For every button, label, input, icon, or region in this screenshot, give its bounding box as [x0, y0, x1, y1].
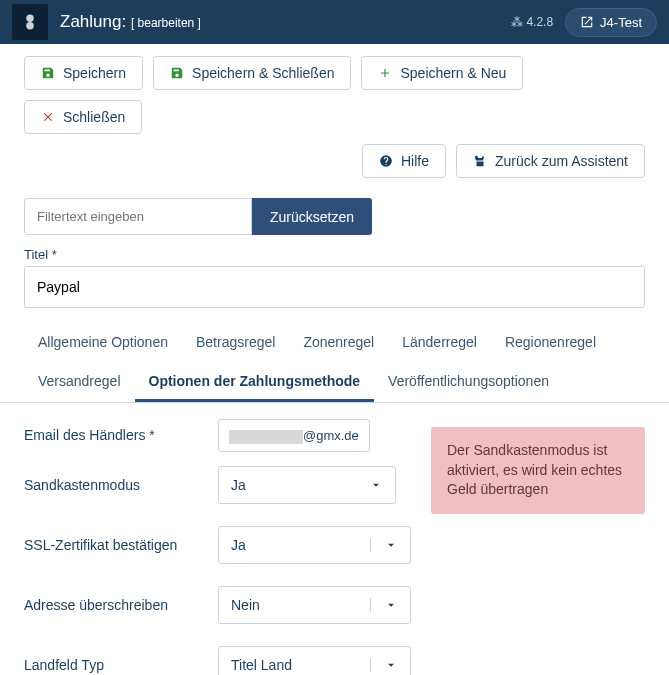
back-to-wizard-button[interactable]: Zurück zum Assistent	[456, 144, 645, 178]
sandbox-label: Sandkastenmodus	[24, 477, 218, 493]
address-label: Adresse überschreiben	[24, 597, 218, 613]
version-label: ⁂ 4.2.8	[511, 15, 553, 29]
email-label: Email des Händlers *	[24, 427, 218, 443]
close-icon	[41, 110, 55, 124]
landfield-label: Landfeld Typ	[24, 657, 218, 673]
tab-general[interactable]: Allgemeine Optionen	[24, 324, 182, 363]
redacted-text	[229, 430, 303, 444]
tab-zone-rule[interactable]: Zonenregel	[289, 324, 388, 363]
form-area: Email des Händlers * @gmx.de Sandkastenm…	[0, 403, 669, 675]
help-icon	[379, 154, 393, 168]
chevron-down-icon	[370, 538, 410, 552]
tab-publishing[interactable]: Veröffentlichungsoptionen	[374, 363, 563, 402]
plus-icon	[378, 66, 392, 80]
joomla-icon[interactable]	[12, 4, 48, 40]
tab-amount-rule[interactable]: Betragsregel	[182, 324, 289, 363]
title-label: Titel *	[24, 247, 645, 262]
email-field[interactable]: @gmx.de	[218, 419, 370, 452]
reset-button[interactable]: Zurücksetzen	[252, 198, 372, 235]
filter-input[interactable]	[24, 198, 252, 235]
ssl-label: SSL-Zertifikat bestätigen	[24, 537, 218, 553]
external-link-icon	[580, 15, 594, 29]
tab-shipping-rule[interactable]: Versandregel	[24, 363, 135, 402]
save-icon	[41, 66, 55, 80]
chevron-down-icon	[370, 658, 410, 672]
save-icon	[170, 66, 184, 80]
chevron-down-icon	[370, 598, 410, 612]
address-select[interactable]: Nein	[218, 586, 411, 624]
landfield-select[interactable]: Titel Land	[218, 646, 411, 675]
chevron-down-icon	[355, 478, 395, 492]
save-button[interactable]: Speichern	[24, 56, 143, 90]
tab-payment-options[interactable]: Optionen der Zahlungsmethode	[135, 363, 375, 402]
env-button[interactable]: J4-Test	[565, 8, 657, 37]
tab-country-rule[interactable]: Länderregel	[388, 324, 491, 363]
page-title: Zahlung: [ bearbeiten ]	[60, 12, 511, 32]
toolbar: Speichern Speichern & Schließen Speicher…	[0, 44, 669, 190]
tab-region-rule[interactable]: Regionenregel	[491, 324, 610, 363]
wizard-icon	[473, 154, 487, 168]
ssl-select[interactable]: Ja	[218, 526, 411, 564]
tabs: Allgemeine Optionen Betragsregel Zonenre…	[0, 324, 669, 403]
topbar: Zahlung: [ bearbeiten ] ⁂ 4.2.8 J4-Test	[0, 0, 669, 44]
sandbox-alert: Der Sandkastenmodus ist aktiviert, es wi…	[431, 427, 645, 514]
save-new-button[interactable]: Speichern & Neu	[361, 56, 523, 90]
filter-row: Zurücksetzen	[0, 190, 669, 247]
close-button[interactable]: Schließen	[24, 100, 142, 134]
save-close-button[interactable]: Speichern & Schließen	[153, 56, 351, 90]
help-button[interactable]: Hilfe	[362, 144, 446, 178]
title-section: Titel *	[0, 247, 669, 324]
sandbox-select[interactable]: Ja	[218, 466, 396, 504]
title-input[interactable]	[24, 266, 645, 308]
